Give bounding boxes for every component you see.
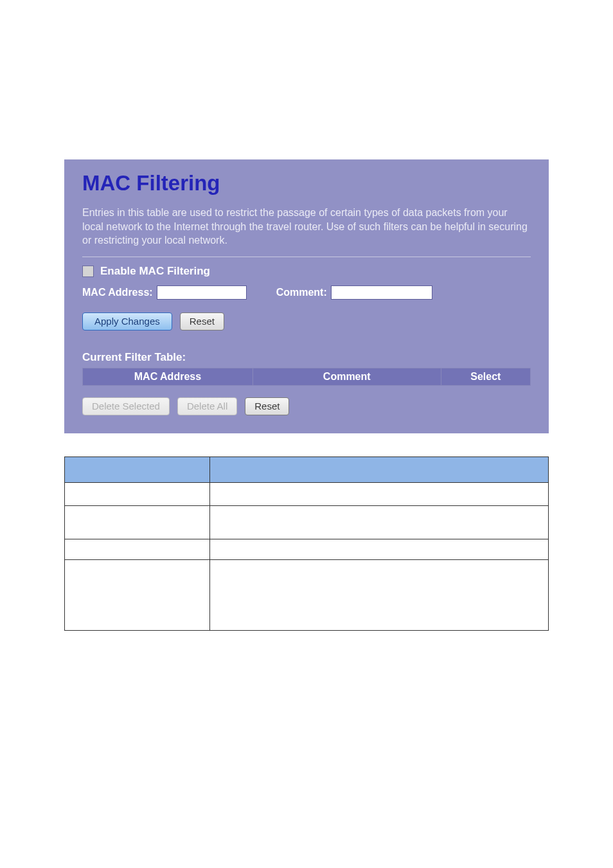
filter-table-header-row: MAC Address Comment Select xyxy=(83,368,531,385)
mac-address-input[interactable] xyxy=(157,285,247,300)
filter-table-header-mac: MAC Address xyxy=(83,368,253,385)
delete-selected-button[interactable]: Delete Selected xyxy=(82,397,170,415)
page-title: MAC Filtering xyxy=(82,171,531,195)
current-filter-table-label: Current Filter Table: xyxy=(82,351,531,364)
desc-cell xyxy=(209,505,548,539)
parameter-description-table xyxy=(64,457,549,631)
param-cell xyxy=(65,505,210,539)
page-description: Entries in this table are used to restri… xyxy=(82,206,531,248)
param-cell xyxy=(65,539,210,559)
desc-cell xyxy=(209,539,548,559)
mac-filtering-panel: MAC Filtering Entries in this table are … xyxy=(64,159,549,433)
reset-button[interactable]: Reset xyxy=(180,312,224,330)
comment-input[interactable] xyxy=(331,285,432,300)
filter-table-header-select: Select xyxy=(441,368,530,385)
param-cell xyxy=(65,559,210,630)
delete-all-button[interactable]: Delete All xyxy=(177,397,237,415)
desc-cell xyxy=(209,482,548,505)
param-cell xyxy=(65,482,210,505)
enable-mac-filtering-label: Enable MAC Filtering xyxy=(100,265,210,278)
enable-mac-filtering-checkbox[interactable] xyxy=(82,266,94,277)
mac-address-label: MAC Address: xyxy=(82,287,153,298)
apply-changes-button[interactable]: Apply Changes xyxy=(82,312,172,330)
reset-table-button[interactable]: Reset xyxy=(245,397,289,415)
divider xyxy=(82,257,531,257)
filter-table-header-comment: Comment xyxy=(253,368,441,385)
param-table-header-desc xyxy=(209,457,548,482)
desc-cell xyxy=(209,559,548,630)
param-table-header-param xyxy=(65,457,210,482)
comment-label: Comment: xyxy=(276,287,327,298)
filter-table: MAC Address Comment Select xyxy=(82,368,531,386)
